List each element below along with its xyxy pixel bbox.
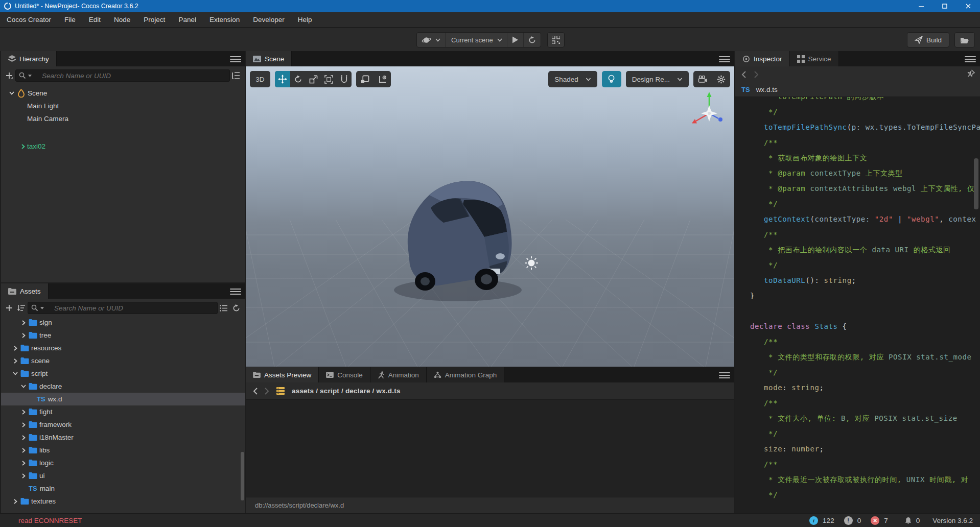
orientation-gizmo[interactable] [692, 92, 722, 124]
chevron-right-icon[interactable] [22, 461, 26, 466]
asset-main[interactable]: TSmain [1, 482, 245, 495]
light-gizmo[interactable] [525, 256, 538, 270]
close-button[interactable] [956, 0, 980, 12]
chevron-right-icon[interactable] [14, 346, 17, 351]
scene-settings-button[interactable] [712, 71, 730, 87]
design-resolution-select[interactable]: Design Re... [626, 71, 689, 87]
tab-inspector[interactable]: Inspector [735, 51, 790, 66]
breadcrumb-back-button[interactable] [253, 388, 258, 395]
bell-icon[interactable] [905, 517, 912, 524]
scale-tool-button[interactable] [306, 71, 321, 87]
pivot-toggle-button[interactable] [356, 71, 374, 87]
menu-panel[interactable]: Panel [172, 16, 203, 23]
warning-icon[interactable]: ! [844, 516, 853, 525]
scene-camera-button[interactable] [693, 71, 712, 87]
asset-script[interactable]: script [1, 367, 245, 380]
scene-select[interactable]: Current scene [446, 33, 507, 47]
preview-qrcode-button[interactable] [547, 32, 565, 47]
hierarchy-search-input[interactable]: Search Name or UUID [15, 69, 230, 82]
rotate-tool-button[interactable] [290, 71, 306, 87]
chevron-right-icon[interactable] [22, 435, 26, 440]
chevron-right-icon[interactable] [22, 410, 26, 415]
tab-assets[interactable]: Assets [1, 283, 49, 299]
chevron-right-icon[interactable] [22, 473, 26, 478]
move-tool-button[interactable] [275, 71, 290, 87]
maximize-button[interactable] [933, 0, 956, 12]
rect-tool-button[interactable] [321, 71, 336, 87]
menu-developer[interactable]: Developer [246, 16, 291, 23]
chevron-right-icon[interactable] [22, 422, 26, 427]
asset-libs[interactable]: libs [1, 444, 245, 457]
asset-i18nmaster[interactable]: i18nMaster [1, 431, 245, 444]
chevron-down-icon[interactable] [9, 91, 14, 95]
create-asset-button[interactable] [3, 304, 15, 312]
asset-resources[interactable]: resources [1, 342, 245, 354]
code-view[interactable]: toTempFilePath 的同步版本 */ toTempFilePathSy… [735, 97, 980, 513]
hierarchy-node-main-light[interactable]: Main Light [1, 100, 245, 112]
asset-scene[interactable]: scene [1, 354, 245, 367]
hierarchy-node-taxi02[interactable]: taxi02 [1, 140, 245, 153]
tab-animation[interactable]: Animation [370, 367, 427, 382]
chevron-right-icon[interactable] [22, 448, 26, 453]
code-scrollbar[interactable] [974, 158, 978, 209]
chevron-right-icon[interactable] [14, 358, 17, 364]
assets-menu-button[interactable] [230, 287, 241, 295]
tab-service[interactable]: Service [790, 51, 839, 66]
chevron-down-icon[interactable] [21, 385, 26, 388]
hierarchy-menu-button[interactable] [230, 55, 241, 63]
pin-icon[interactable] [967, 69, 975, 77]
chevron-right-icon[interactable] [22, 320, 26, 325]
shading-mode-select[interactable]: Shaded [548, 71, 597, 87]
chevron-right-icon[interactable] [14, 499, 17, 504]
menu-extension[interactable]: Extension [203, 16, 246, 23]
inspector-back-button[interactable] [741, 71, 746, 78]
create-node-button[interactable] [3, 72, 15, 79]
build-button[interactable]: Build [907, 32, 949, 47]
menu-file[interactable]: File [58, 16, 82, 23]
tab-console[interactable]: Console [319, 367, 370, 382]
coordinate-toggle-button[interactable] [374, 71, 391, 87]
menu-help[interactable]: Help [291, 16, 319, 23]
asset-tree[interactable]: tree [1, 329, 245, 342]
tab-scene[interactable]: Scene [246, 51, 292, 66]
scene-menu-button[interactable] [719, 55, 730, 63]
chevron-right-icon[interactable] [22, 333, 26, 338]
hierarchy-expand-toggle-button[interactable] [230, 72, 242, 79]
error-icon[interactable]: ✕ [871, 516, 879, 525]
platform-select[interactable] [417, 33, 446, 47]
asset-textures[interactable]: textures [1, 495, 245, 508]
tab-animation-graph[interactable]: Animation Graph [427, 367, 504, 382]
asset-declare[interactable]: declare [1, 380, 245, 393]
chevron-right-icon[interactable] [21, 144, 25, 149]
asset-wx.d[interactable]: TSwx.d [1, 393, 245, 405]
assets-search-input[interactable]: Search Name or UUID [28, 302, 218, 314]
car-model-taxi02[interactable] [394, 181, 522, 301]
asset-fight[interactable]: fight [1, 405, 245, 418]
assets-list-view-button[interactable] [218, 305, 230, 312]
bottom-panel-menu-button[interactable] [719, 371, 730, 379]
chevron-down-icon[interactable] [13, 372, 18, 375]
gizmo-tool-button[interactable] [336, 71, 352, 87]
sort-assets-button[interactable] [15, 304, 28, 312]
tab-assets-preview[interactable]: Assets Preview [246, 367, 319, 382]
scene-light-toggle-button[interactable] [602, 71, 621, 87]
inspector-menu-button[interactable] [965, 55, 976, 63]
menu-node[interactable]: Node [107, 16, 137, 23]
assets-scrollbar[interactable] [241, 452, 244, 500]
asset-framework[interactable]: framework [1, 418, 245, 431]
asset-ui[interactable]: ui [1, 469, 245, 482]
scene-viewport[interactable]: 3D [246, 66, 734, 367]
menu-cocos-creator[interactable]: Cocos Creator [0, 16, 58, 23]
open-project-folder-button[interactable] [954, 32, 975, 47]
inspector-forward-button[interactable] [754, 71, 759, 78]
refresh-scene-button[interactable] [524, 33, 541, 47]
hierarchy-node-main-camera[interactable]: Main Camera [1, 112, 245, 125]
refresh-assets-button[interactable] [230, 304, 242, 312]
asset-sign[interactable]: sign [1, 316, 245, 329]
menu-edit[interactable]: Edit [82, 16, 107, 23]
hierarchy-node-scene[interactable]: Scene [1, 87, 245, 100]
tab-hierarchy[interactable]: Hierarchy [1, 51, 57, 66]
toggle-3d-button[interactable]: 3D [250, 71, 270, 87]
info-icon[interactable]: i [809, 516, 818, 525]
breadcrumb-forward-button[interactable] [265, 388, 269, 395]
